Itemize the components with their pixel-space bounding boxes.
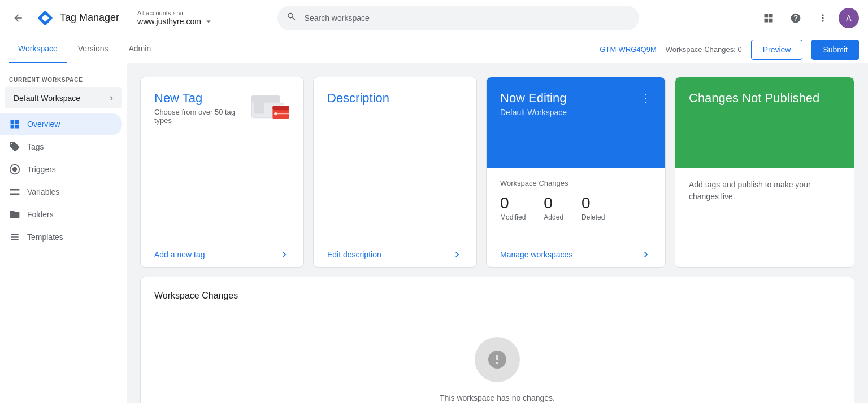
svg-point-3 [12,167,17,172]
sidebar-item-label-tags: Tags [27,142,44,151]
sidebar-item-label-templates: Templates [27,233,63,242]
sidebar: CURRENT WORKSPACE Default Workspace › Ov… [0,63,127,403]
changes-not-published-title: Changes Not Published [689,91,840,106]
submit-button[interactable]: Submit [811,40,859,60]
empty-state-text: This workspace has no changes. [440,393,555,402]
sidebar-workspace-selector[interactable]: Default Workspace › [5,87,122,108]
description-title[interactable]: Description [314,77,476,106]
new-tag-card-top: New Tag Choose from over 50 tag types [141,77,303,134]
workspace-changes-empty-state: This workspace has no changes. Learn mor… [154,319,840,403]
workspace-changes-label: Workspace Changes [500,179,652,187]
modified-count: 0 [500,194,526,212]
new-tag-card: New Tag Choose from over 50 tag types [140,77,304,268]
added-label: Added [544,213,563,221]
added-count-item: 0 Added [544,194,563,221]
sidebar-item-label-triggers: Triggers [27,165,56,174]
account-selector[interactable]: All accounts › rvr www.justhyre.com [137,10,214,27]
search-icon [287,11,297,24]
sidebar-workspace-name: Default Workspace [14,94,80,103]
svg-rect-6 [268,103,284,106]
empty-state-icon [475,337,520,382]
triggers-icon [9,164,20,175]
help-icon-button[interactable] [784,7,807,29]
modified-count-item: 0 Modified [500,194,526,221]
topbar: Tag Manager All accounts › rvr www.justh… [0,0,868,36]
search-input[interactable] [277,6,639,30]
nav-tabs: Workspace Versions Admin GTM-WRG4Q9M Wor… [0,36,868,63]
app-logo: Tag Manager [36,9,119,27]
topbar-actions: A [757,7,859,29]
new-tag-title[interactable]: New Tag [154,91,245,106]
sidebar-item-label-overview: Overview [27,120,60,129]
sidebar-nav: Overview Tags Triggers Variables Folders… [0,113,127,248]
tab-versions[interactable]: Versions [69,36,118,63]
workspace-changes-section-title: Workspace Changes [154,291,840,301]
templates-icon [9,231,20,243]
now-editing-menu-button[interactable]: ⋮ [640,91,652,104]
app-name: Tag Manager [60,12,119,24]
now-editing-text: Now Editing Default Workspace [500,91,567,117]
new-tag-card-text: New Tag Choose from over 50 tag types [154,91,245,125]
description-body [314,106,476,242]
workspace-changes-grid: 0 Modified 0 Added 0 Deleted [500,194,652,221]
sidebar-item-label-folders: Folders [27,210,54,219]
preview-button[interactable]: Preview [751,40,803,60]
sidebar-item-triggers[interactable]: Triggers [0,158,122,181]
sidebar-item-folders[interactable]: Folders [0,203,122,226]
account-name[interactable]: www.justhyre.com [137,16,214,27]
changes-not-published-top: Changes Not Published [675,77,854,168]
changes-not-published-bottom: Add tags and publish to make your change… [675,168,854,267]
sidebar-item-variables[interactable]: Variables [0,181,122,203]
edit-desc-chevron-icon [452,249,463,260]
tag-illustration [249,91,290,122]
sidebar-item-label-variables: Variables [27,187,59,196]
changes-not-published-desc: Add tags and publish to make your change… [689,179,840,203]
workspace-changes-count: Workspace Changes: 0 [666,45,742,54]
added-count: 0 [544,194,563,212]
svg-rect-8 [254,103,264,114]
deleted-count: 0 [581,194,605,212]
add-tag-chevron-icon [279,249,290,260]
now-editing-card-bottom: Workspace Changes 0 Modified 0 Added 0 D [487,168,665,242]
sidebar-item-tags[interactable]: Tags [0,135,122,158]
manage-ws-chevron-icon [640,249,652,260]
edit-description-button[interactable]: Edit description [314,242,476,267]
main-content: New Tag Choose from over 50 tag types [127,63,868,403]
tab-admin[interactable]: Admin [119,36,160,63]
dropdown-icon [203,16,214,27]
tags-icon [9,141,20,152]
back-button[interactable] [9,9,27,27]
new-tag-subtitle: Choose from over 50 tag types [154,108,245,125]
sidebar-item-overview[interactable]: Overview [0,113,122,135]
svg-rect-10 [272,106,289,110]
now-editing-title: Now Editing [500,91,567,106]
user-avatar[interactable]: A [839,8,859,28]
manage-workspaces-button[interactable]: Manage workspaces [487,242,665,267]
folders-icon [9,209,20,220]
gtm-id[interactable]: GTM-WRG4Q9M [600,45,656,54]
account-breadcrumb: All accounts › rvr [137,10,214,16]
more-icon-button[interactable] [811,7,834,29]
deleted-label: Deleted [581,213,605,221]
sidebar-item-templates[interactable]: Templates [0,226,122,248]
search-area [277,6,639,30]
add-new-tag-button[interactable]: Add a new tag [141,242,303,267]
tab-workspace[interactable]: Workspace [9,36,67,63]
changes-not-published-card: Changes Not Published Add tags and publi… [675,77,854,268]
deleted-count-item: 0 Deleted [581,194,605,221]
sidebar-workspace-label: CURRENT WORKSPACE [0,72,127,85]
main-layout: CURRENT WORKSPACE Default Workspace › Ov… [0,63,868,403]
cards-row-top: New Tag Choose from over 50 tag types [140,77,854,268]
variables-icon [9,186,20,198]
grid-icon-button[interactable] [757,7,780,29]
description-card: Description Edit description [313,77,477,268]
now-editing-card-top: Now Editing Default Workspace ⋮ [487,77,665,168]
modified-label: Modified [500,213,526,221]
workspace-changes-section: Workspace Changes This workspace has no … [140,277,854,403]
workspace-chevron-icon: › [110,92,113,104]
svg-rect-5 [252,95,280,103]
now-editing-workspace: Default Workspace [500,108,567,117]
now-editing-card: Now Editing Default Workspace ⋮ Workspac… [486,77,666,268]
overview-icon [9,119,20,130]
